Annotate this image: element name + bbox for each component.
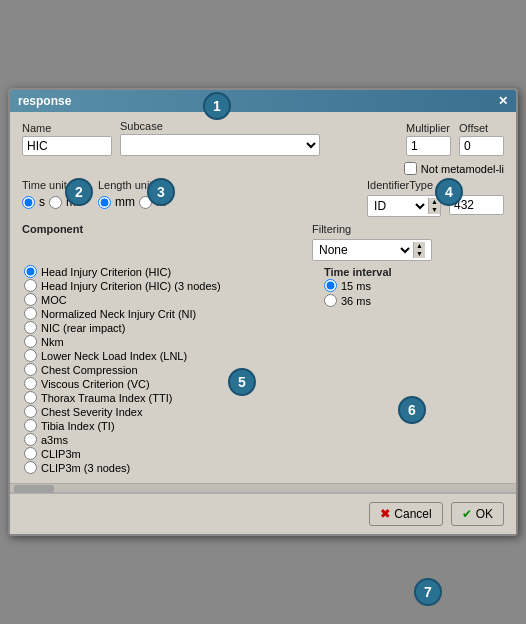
time-interval-label: Time interval [324,266,392,278]
component-item-label: a3ms [41,434,68,446]
not-metamodel-label: Not metamodel-li [421,163,504,175]
component-item: MOC [24,293,312,306]
identifier-type-down[interactable]: ▼ [429,206,440,214]
annotation-6: 6 [398,396,426,424]
component-label: Component [22,223,312,235]
component-item-label: Thorax Trauma Index (TTI) [41,392,172,404]
filtering-select[interactable]: None [313,240,413,260]
component-item: Viscous Criterion (VC) [24,377,312,390]
component-item-label: Viscous Criterion (VC) [41,378,150,390]
component-radio-1[interactable] [24,279,37,292]
ok-icon: ✔ [462,507,472,521]
length-unit-mm[interactable] [98,196,111,209]
component-item-label: Head Injury Criterion (HIC) (3 nodes) [41,280,221,292]
filtering-spinner: None ▲ ▼ [312,239,432,261]
time-unit-ms[interactable] [49,196,62,209]
time-interval-label-item: 36 ms [341,295,371,307]
title-bar: response ✕ [10,90,516,112]
component-item-label: Tibia Index (TI) [41,420,115,432]
component-item-label: MOC [41,294,67,306]
annotation-7: 7 [414,578,442,606]
two-panel: Head Injury Criterion (HIC)Head Injury C… [22,265,504,475]
filtering-down[interactable]: ▼ [414,250,425,258]
time-interval-label-item: 15 ms [341,280,371,292]
component-radio-2[interactable] [24,293,37,306]
subcase-field-group: Subcase [120,120,398,156]
component-item: Lower Neck Load Index (LNL) [24,349,312,362]
close-button[interactable]: ✕ [498,94,508,108]
name-input[interactable] [22,136,112,156]
scrollbar-thumb[interactable] [14,485,54,493]
time-interval-radio-1[interactable] [324,294,337,307]
component-radio-4[interactable] [24,321,37,334]
component-item-label: Head Injury Criterion (HIC) [41,266,171,278]
filtering-up[interactable]: ▲ [414,242,425,250]
component-radio-6[interactable] [24,349,37,362]
time-interval-item: 36 ms [324,294,504,307]
cancel-icon: ✖ [380,507,390,521]
filtering-arrows: ▲ ▼ [413,242,425,259]
dialog-title: response [18,94,71,108]
identifier-type-label: IdentifierType [367,179,441,191]
offset-input[interactable] [459,136,504,156]
subcase-label: Subcase [120,120,398,132]
not-metamodel-checkbox[interactable] [404,162,417,175]
multiplier-field-group: Multiplier [406,122,451,156]
dialog-footer: ✖ Cancel ✔ OK [10,493,516,534]
component-item: a3ms [24,433,312,446]
component-item: Tibia Index (TI) [24,419,312,432]
time-unit-s-label: s [39,195,45,209]
length-unit-mm-label: mm [115,195,135,209]
name-label: Name [22,122,112,134]
component-radio-12[interactable] [24,433,37,446]
component-radio-9[interactable] [24,391,37,404]
multiplier-input[interactable] [406,136,451,156]
time-unit-s[interactable] [22,196,35,209]
component-radio-0[interactable] [24,265,37,278]
subcase-select[interactable] [120,134,320,156]
not-metamodel-row: Not metamodel-li [24,162,504,175]
component-item-label: Nkm [41,336,64,348]
cancel-label: Cancel [394,507,431,521]
component-item-label: CLIP3m (3 nodes) [41,462,130,474]
component-item: Head Injury Criterion (HIC) [24,265,312,278]
component-item-label: NIC (rear impact) [41,322,125,334]
annotation-3: 3 [147,178,175,206]
ok-button[interactable]: ✔ OK [451,502,504,526]
ok-label: OK [476,507,493,521]
component-radio-13[interactable] [24,447,37,460]
component-item: CLIP3m (3 nodes) [24,461,312,474]
cancel-button[interactable]: ✖ Cancel [369,502,442,526]
time-interval-item: 15 ms [324,279,504,292]
component-item: Head Injury Criterion (HIC) (3 nodes) [24,279,312,292]
offset-label: Offset [459,122,504,134]
time-interval-radio-0[interactable] [324,279,337,292]
component-item: Normalized Neck Injury Crit (NI) [24,307,312,320]
component-item-label: Normalized Neck Injury Crit (NI) [41,308,196,320]
name-field-group: Name [22,122,112,156]
component-item: Thorax Trauma Index (TTI) [24,391,312,404]
time-interval-group: 15 ms36 ms [324,279,504,307]
component-item: Nkm [24,335,312,348]
component-item: Chest Compression [24,363,312,376]
component-item-label: Chest Compression [41,364,138,376]
component-radio-7[interactable] [24,363,37,376]
multiplier-label: Multiplier [406,122,451,134]
component-item-label: Lower Neck Load Index (LNL) [41,350,187,362]
component-radio-5[interactable] [24,335,37,348]
component-radio-10[interactable] [24,405,37,418]
scrollbar[interactable] [10,483,516,493]
component-radio-14[interactable] [24,461,37,474]
component-radio-11[interactable] [24,419,37,432]
identifier-type-select[interactable]: ID [368,196,428,216]
component-item: Chest Severity Index [24,405,312,418]
annotation-2: 2 [65,178,93,206]
component-radio-8[interactable] [24,377,37,390]
component-radio-3[interactable] [24,307,37,320]
component-panel: Head Injury Criterion (HIC)Head Injury C… [22,265,312,475]
annotation-5: 5 [228,368,256,396]
component-item-label: CLIP3m [41,448,81,460]
offset-field-group: Offset [459,122,504,156]
dialog: response ✕ 1 2 3 4 5 6 7 Name Subcase Mu… [8,88,518,536]
component-list: Head Injury Criterion (HIC)Head Injury C… [24,265,312,474]
